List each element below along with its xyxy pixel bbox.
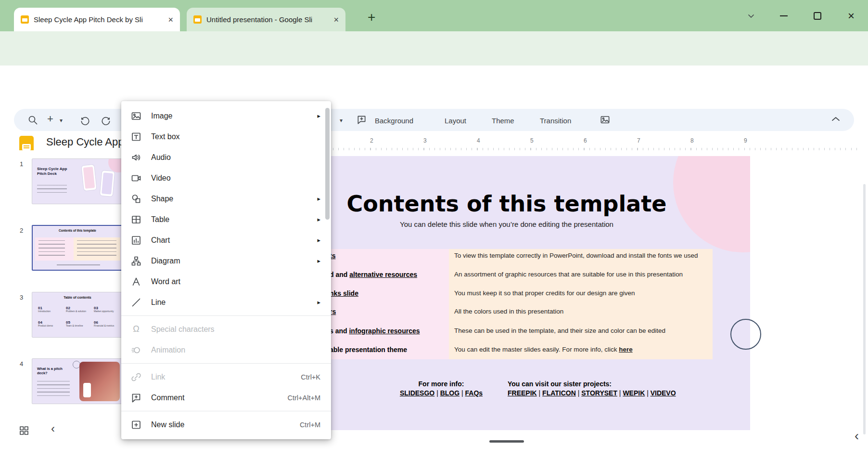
grid-view-icon[interactable] (18, 425, 30, 436)
submenu-arrow-icon: ▸ (317, 257, 320, 264)
add-comment-icon[interactable] (356, 114, 367, 125)
footer-link[interactable]: STORYSET (581, 389, 617, 397)
insert-image-toolbar-icon[interactable] (600, 114, 611, 125)
right-description[interactable]: You can edit the master slides easily. F… (454, 346, 709, 353)
tab-title: Untitled presentation - Google Sli (206, 15, 329, 24)
audio-icon (130, 151, 142, 164)
circle-shape-object[interactable] (730, 319, 761, 350)
video-icon (130, 172, 142, 184)
left-item[interactable]: able presentation theme (330, 346, 407, 354)
search-menus-icon[interactable] (27, 114, 38, 126)
left-item[interactable]: s and infographic resources (330, 327, 420, 335)
menu-scrollbar-thumb[interactable] (325, 108, 330, 220)
tab-close-icon[interactable]: × (168, 15, 173, 24)
footer-info-block[interactable]: For more info: SLIDESGO | BLOG | FAQs (388, 380, 494, 397)
menu-item-line[interactable]: Line ▸ (121, 292, 331, 313)
ruler-mark: 3 (423, 137, 427, 144)
right-description[interactable]: All the colors used in this presentation (454, 308, 709, 315)
slide-thumbnail-2-selected[interactable]: Contents of this template (32, 225, 123, 271)
footer-link[interactable]: SLIDESGO (400, 389, 434, 397)
submenu-arrow-icon: ▸ (317, 216, 320, 223)
slide-thumbnail-4[interactable]: What is a pitch deck? (32, 358, 123, 404)
menu-item-audio[interactable]: Audio (121, 147, 331, 168)
special-characters-icon: Ω (130, 323, 142, 336)
transition-button[interactable]: Transition (534, 114, 577, 128)
footer-sister-block[interactable]: You can visit our sister projects: FREEP… (508, 380, 686, 397)
slide-title[interactable]: Contents of this template (263, 191, 750, 217)
comment-icon (130, 392, 142, 404)
ruler-mark: 8 (690, 137, 694, 144)
menu-item-comment[interactable]: Comment Ctrl+Alt+M (121, 387, 331, 408)
collapse-toolbar-chevron-icon[interactable] (831, 116, 840, 122)
undo-icon[interactable] (80, 115, 91, 126)
slides-app-header: Sleep Cycle App Pitch Deck by Slidesgo ☆… (0, 66, 868, 106)
submenu-arrow-icon: ▸ (317, 236, 320, 244)
vertical-scrollbar[interactable] (863, 184, 866, 434)
footer-link[interactable]: FLATICON (542, 389, 576, 397)
insert-dropdown-menu: Image ▸ Text box Audio Video Shape (121, 101, 331, 439)
footer-label: For more info: (388, 380, 494, 388)
browser-window: Sleep Cycle App Pitch Deck by Sli × Unti… (0, 0, 868, 459)
window-minimize-button[interactable] (776, 0, 792, 31)
menu-divider (121, 411, 331, 411)
window-close-button[interactable]: × (843, 0, 859, 31)
new-tab-button[interactable]: + (368, 11, 375, 24)
table-icon (130, 213, 142, 226)
thumbnail-number: 3 (20, 294, 23, 301)
thumbnail-title: Table of contents (32, 296, 123, 299)
link-icon (130, 371, 142, 383)
animation-icon (130, 344, 142, 356)
right-description[interactable]: To view this template correctly in Power… (454, 252, 709, 259)
side-panel-chevron-icon[interactable]: ‹ (855, 430, 859, 443)
image-icon (130, 110, 142, 122)
menu-item-animation: Animation (121, 340, 331, 360)
menu-item-chart[interactable]: Chart ▸ (121, 230, 331, 250)
zoom-caret-icon[interactable]: ▾ (60, 117, 63, 124)
slide-thumbnail-1[interactable]: Sleep Cycle App Pitch Deck (32, 158, 123, 204)
slide-subtitle[interactable]: You can delete this slide when you’re do… (263, 220, 750, 228)
slide-canvas[interactable]: Contents of this template You can delete… (263, 156, 750, 430)
thumbnail-text-lines (37, 381, 70, 396)
menu-item-word-art[interactable]: Word art (121, 271, 331, 292)
footer-link[interactable]: BLOG (440, 389, 460, 397)
horizontal-scrollbar[interactable] (489, 440, 524, 443)
window-maximize-button[interactable] (809, 0, 826, 31)
tab-close-icon[interactable]: × (333, 15, 339, 24)
foot­er-link[interactable]: FREEPIK (508, 389, 537, 397)
left-item[interactable]: d and alternative resources (330, 271, 417, 278)
left-item[interactable]: nks slide (330, 289, 358, 297)
right-description[interactable]: These can be used in the template, and t… (454, 327, 709, 334)
menu-item-text-box[interactable]: Text box (121, 126, 331, 147)
tab-search-chevron-icon[interactable] (743, 0, 759, 31)
footer-link[interactable]: WEPIK (623, 389, 645, 397)
right-description[interactable]: An assortment of graphic resources that … (454, 271, 709, 278)
shape-icon (130, 193, 142, 205)
footer-link[interactable]: VIDEVO (651, 389, 676, 397)
footer-link[interactable]: FAQs (465, 389, 483, 397)
background-button[interactable]: Background (369, 114, 419, 128)
browser-tab-active[interactable]: Sleep Cycle App Pitch Deck by Sli × (14, 8, 180, 31)
toolbar-caret-icon[interactable]: ▾ (340, 117, 343, 124)
ruler-mark: 9 (744, 137, 747, 144)
ruler-mark: 5 (530, 137, 534, 144)
menu-divider (121, 363, 331, 364)
browser-tab-inactive[interactable]: Untitled presentation - Google Sli × (187, 8, 345, 31)
menu-divider (121, 315, 331, 316)
menu-item-new-slide[interactable]: New slide Ctrl+M (121, 414, 331, 435)
ruler-mark: 6 (584, 137, 587, 144)
menu-item-diagram[interactable]: Diagram ▸ (121, 250, 331, 271)
slides-favicon-icon (193, 15, 202, 24)
thumbnail-number: 4 (20, 360, 23, 367)
tab-title: Sleep Cycle App Pitch Deck by Sli (34, 15, 163, 24)
slide-thumbnail-3[interactable]: Table of contents 01 Introduction 02 Pro… (32, 292, 123, 338)
theme-button[interactable]: Theme (486, 114, 520, 128)
menu-item-shape[interactable]: Shape ▸ (121, 188, 331, 209)
collapse-filmstrip-chevron-icon[interactable]: ‹ (51, 423, 55, 434)
layout-button[interactable]: Layout (439, 114, 472, 128)
menu-item-video[interactable]: Video (121, 168, 331, 188)
menu-item-image[interactable]: Image ▸ (121, 105, 331, 126)
zoom-add-icon[interactable]: + (47, 114, 53, 124)
redo-icon[interactable] (100, 115, 111, 126)
menu-item-table[interactable]: Table ▸ (121, 209, 331, 230)
right-description[interactable]: You must keep it so that proper credits … (454, 289, 709, 297)
